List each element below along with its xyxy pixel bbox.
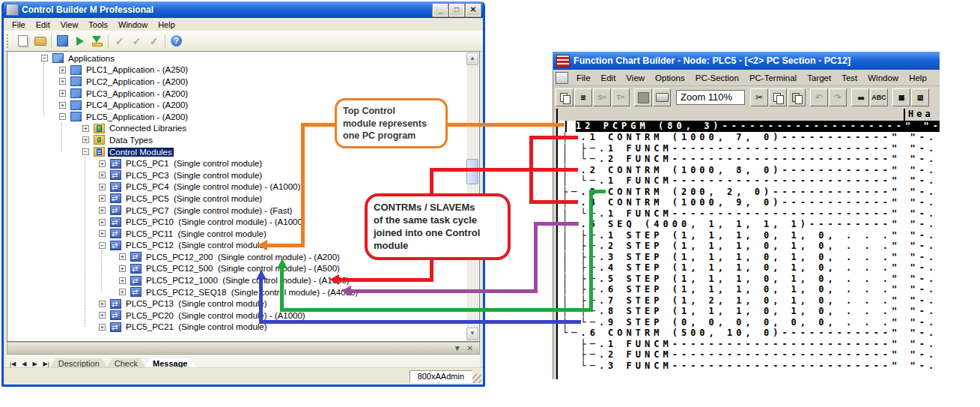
copy-icon[interactable] xyxy=(769,88,787,106)
zoom-input[interactable]: Zoom 110% xyxy=(676,90,745,105)
tree-expand-plus-icon[interactable]: + xyxy=(82,125,89,132)
menu-item-edit[interactable]: Edit xyxy=(31,19,55,30)
spell-check-icon[interactable]: ABC xyxy=(870,88,888,106)
child-window-icon[interactable] xyxy=(556,72,568,84)
element-select-icon[interactable]: ▧ xyxy=(911,88,929,106)
tree-item-label[interactable]: PLC5_PC12_1000 (Single control module) -… xyxy=(144,276,351,285)
menu-item-tools[interactable]: Tools xyxy=(83,19,113,30)
tree-item-label[interactable]: PLC5_PC12 (Single control module) xyxy=(124,241,269,250)
listing-row[interactable]: ├─.2 CONTRM (1000, 8, 0)------------" "-… xyxy=(562,165,940,176)
tree-item-label[interactable]: PLC5_PC11 (Single control module) xyxy=(124,229,268,238)
tree-item-label[interactable]: PLC5_Application - (A200) xyxy=(85,112,189,121)
listing-row[interactable]: │ ├─.1 FUNCM------------------------" "-… xyxy=(562,143,940,154)
tree-item-label[interactable]: Applications xyxy=(67,54,116,63)
tree-expand-minus-icon[interactable]: − xyxy=(82,148,89,155)
listing-row[interactable]: │ └─.2 FUNCM------------------------" "-… xyxy=(562,154,940,165)
left-titlebar[interactable]: Control Builder M Professional _ □ ✕ xyxy=(4,1,483,18)
tree-expand-plus-icon[interactable]: + xyxy=(99,160,106,167)
tree-item-label[interactable]: PLC5_PC5 (Single control module) xyxy=(124,194,264,203)
redo-icon[interactable]: ↷ xyxy=(829,88,847,106)
listing-row[interactable]: │ ├─.3 STEP (1, 1, 1, 0, 1, 0, . . ." "-… xyxy=(562,252,940,263)
scroll-down-icon[interactable]: ▼ xyxy=(466,328,478,340)
download-icon[interactable] xyxy=(88,33,106,49)
listing-row[interactable]: ├─.1 FUNCM------------------------" "-. xyxy=(562,339,940,350)
tree-item-label[interactable]: PLC5_PC20 (Single control module) - (A10… xyxy=(124,311,307,320)
scroll-up-icon[interactable]: ▲ xyxy=(466,52,478,65)
maximize-button[interactable]: □ xyxy=(449,4,464,16)
tree-item-label[interactable]: PLC5_PC7 (Single control module) - (Fast… xyxy=(124,206,293,215)
menu-item-file[interactable]: File xyxy=(7,19,31,30)
tree-item-label[interactable]: PLC5_PC3 (Single control module) xyxy=(124,171,264,180)
tree-expand-plus-icon[interactable]: + xyxy=(119,277,126,284)
tree-expand-plus-icon[interactable]: + xyxy=(99,195,106,202)
paste-icon[interactable] xyxy=(788,88,806,106)
tree-item-label[interactable]: PLC5_PC10 (Single control module) - (A10… xyxy=(124,217,307,226)
listing-row[interactable]: │ ├─.4 STEP (1, 1, 1, 0, 1, 0, . . ." "-… xyxy=(562,262,940,274)
pane-close-icon[interactable]: ✕ xyxy=(467,344,473,352)
tree-item-label[interactable]: Connected Libraries xyxy=(108,124,188,133)
tree-item-label[interactable]: PLC2_Application - (A200) xyxy=(85,77,189,86)
menu-item-view[interactable]: View xyxy=(621,73,650,83)
tree-item-label[interactable]: PLC3_Application - (A200) xyxy=(85,89,189,98)
save-icon[interactable] xyxy=(634,88,652,106)
listing-row[interactable]: ├─.5 SEQ (4000, 1, 1, 1, 1)---------" "-… xyxy=(562,219,940,230)
tree-expand-plus-icon[interactable]: + xyxy=(119,265,126,272)
menu-item-test[interactable]: Test xyxy=(836,73,862,83)
tree-item-label[interactable]: PLC5_PC12_500 (Single control module) - … xyxy=(144,264,341,273)
print-icon[interactable] xyxy=(653,88,671,106)
tree-item-label[interactable]: PLC5_PC12_SEQ18 (Single control module) … xyxy=(144,288,359,297)
t-equals-button[interactable]: T= xyxy=(612,88,630,106)
tree-expand-plus-icon[interactable]: + xyxy=(99,312,106,319)
menu-item-view[interactable]: View xyxy=(55,19,84,30)
tree-row[interactable]: +PLC5_PC3 (Single control module) xyxy=(8,169,466,181)
page-list-icon[interactable]: ≣ xyxy=(574,88,592,106)
tree-item-label[interactable]: PLC5_PC4 (Single control module) - (A100… xyxy=(124,182,302,191)
tree-expand-minus-icon[interactable]: − xyxy=(41,55,48,61)
menu-item-file[interactable]: File xyxy=(571,73,596,83)
pcpgm-row[interactable]: 12 PCPGM (80, 3)--------------------" "- xyxy=(558,121,940,132)
download-project-icon[interactable] xyxy=(54,33,71,49)
tree-expand-plus-icon[interactable]: + xyxy=(99,301,106,307)
tree-row[interactable]: −Applications xyxy=(8,52,466,64)
tree-expand-plus-icon[interactable]: + xyxy=(59,67,66,73)
tree-expand-plus-icon[interactable]: + xyxy=(99,324,106,331)
minimize-button[interactable]: _ xyxy=(433,4,448,16)
close-button[interactable]: ✕ xyxy=(466,4,481,16)
tree-expand-plus-icon[interactable]: + xyxy=(82,136,89,143)
tree-item-label[interactable]: PLC5_PC12_200 (Single control module) - … xyxy=(144,253,341,262)
open-icon[interactable] xyxy=(31,33,49,49)
tree-expand-plus-icon[interactable]: + xyxy=(59,78,66,85)
tree-expand-plus-icon[interactable]: + xyxy=(119,253,126,260)
tree-expand-plus-icon[interactable]: + xyxy=(99,219,106,226)
menu-item-edit[interactable]: Edit xyxy=(596,73,621,83)
scrollbar-thumb[interactable] xyxy=(466,159,478,184)
listing-row[interactable]: │ ├─.5 STEP (1, 1, 1, 0, 1, 0, . . ." "-… xyxy=(562,274,940,285)
pane-dropdown-icon[interactable]: ▼ xyxy=(454,344,461,352)
tree-expand-plus-icon[interactable]: + xyxy=(119,289,126,295)
open-chart-icon[interactable] xyxy=(556,88,573,106)
new-icon[interactable] xyxy=(14,33,31,49)
listing-row[interactable]: │ ├─.2 STEP (1, 1, 1, 0, 1, 0, . . ." "-… xyxy=(562,241,940,252)
tree-row[interactable]: +PLC2_Application - (A200) xyxy=(8,76,466,88)
menu-item-pc-section[interactable]: PC-Section xyxy=(690,73,744,83)
go-online-icon[interactable] xyxy=(71,33,88,49)
listing-row[interactable]: └─.6 CONTRM (500, 10, 0)------------" "-… xyxy=(562,328,940,339)
output-pane-bar[interactable]: ▼ ✕ xyxy=(7,342,480,355)
s-equals-button[interactable]: S= xyxy=(593,88,611,106)
grid-toggle-icon[interactable]: ▦ xyxy=(892,88,910,106)
tree-row[interactable]: +PLC5_PC4 (Single control module) - (A10… xyxy=(8,181,466,193)
cut-icon[interactable]: ✂ xyxy=(750,88,768,106)
tree-row[interactable]: +PLC5_PC12_500 (Single control module) -… xyxy=(8,263,466,275)
resize-grip[interactable] xyxy=(472,374,481,383)
listing-row[interactable]: ├─.4 CONTRM (1000, 9, 0)------------" "-… xyxy=(562,197,940,208)
menu-item-options[interactable]: Options xyxy=(650,73,690,83)
test-check-icon-2[interactable]: ✓ xyxy=(128,33,145,49)
find-icon[interactable]: ●● xyxy=(851,88,869,106)
listing-row[interactable]: ├─.2 FUNCM------------------------" "-. xyxy=(562,349,940,361)
right-titlebar[interactable]: Function Chart Builder - Node: PLC5 - [<… xyxy=(553,52,940,70)
listing-row[interactable]: ├─.3 CONTRM (200, 2, 0)-------------" "-… xyxy=(562,187,940,198)
menu-item-window[interactable]: Window xyxy=(113,19,153,30)
menu-item-target[interactable]: Target xyxy=(802,73,836,83)
menu-item-pc-terminal[interactable]: PC-Terminal xyxy=(744,73,802,83)
test-check-icon-1[interactable]: ✓ xyxy=(111,33,128,49)
